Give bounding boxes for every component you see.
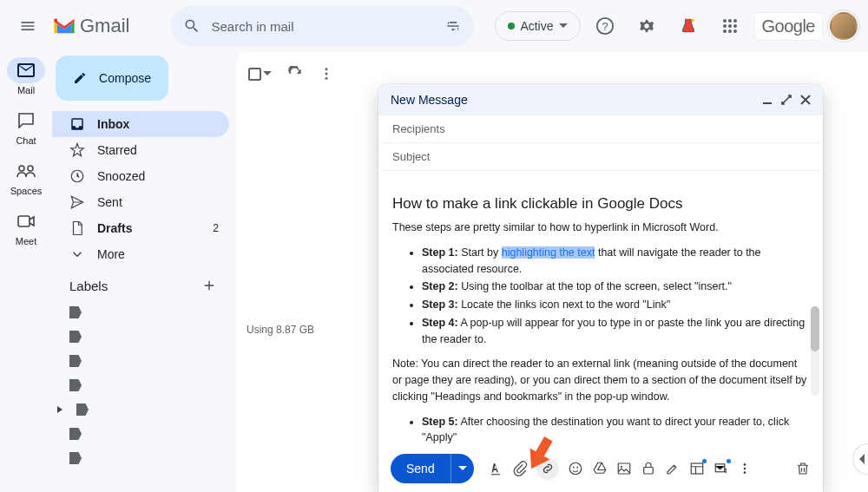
pencil-icon xyxy=(73,69,87,87)
search-options-icon[interactable] xyxy=(444,17,462,35)
send-icon xyxy=(69,194,85,210)
label-item[interactable] xyxy=(52,397,229,422)
drive-button[interactable] xyxy=(592,461,608,476)
label-tag-icon xyxy=(69,452,82,464)
main-menu-button[interactable] xyxy=(10,9,45,43)
svg-rect-24 xyxy=(643,468,653,475)
send-options-button[interactable] xyxy=(450,454,474,483)
compose-titlebar[interactable]: New Message xyxy=(378,84,823,115)
search-bar[interactable] xyxy=(171,6,474,46)
label-item[interactable] xyxy=(52,373,229,397)
apps-grid-icon xyxy=(722,18,738,34)
support-button[interactable]: ? xyxy=(588,9,622,43)
svg-rect-14 xyxy=(18,216,30,226)
subject-field[interactable]: Subject xyxy=(380,143,821,171)
clock-icon xyxy=(69,168,85,184)
refresh-button[interactable] xyxy=(287,66,303,82)
compose-body[interactable]: How to make a link clickable in Google D… xyxy=(378,171,823,444)
discard-button[interactable] xyxy=(795,461,811,476)
confidential-button[interactable] xyxy=(641,461,656,476)
active-status-dot xyxy=(508,23,515,30)
label-tag-icon xyxy=(76,403,89,416)
popout-button[interactable] xyxy=(781,95,792,105)
labels-heading: Labels xyxy=(52,267,229,300)
labs-button[interactable] xyxy=(671,9,706,43)
svg-point-17 xyxy=(326,73,328,75)
settings-button[interactable] xyxy=(629,9,664,43)
gear-icon xyxy=(637,16,656,36)
svg-rect-25 xyxy=(691,463,703,474)
svg-point-23 xyxy=(621,466,622,468)
label-item[interactable] xyxy=(52,300,229,325)
formatting-button[interactable] xyxy=(488,461,503,476)
sidebar: Compose Inbox Starred Snoozed Sent Draft… xyxy=(52,52,236,492)
inbox-icon xyxy=(69,116,85,132)
svg-point-2 xyxy=(691,19,694,22)
layout-icon xyxy=(689,461,705,476)
status-chip[interactable]: Active xyxy=(495,11,580,41)
search-input[interactable] xyxy=(211,19,434,34)
label-tag-icon xyxy=(69,306,82,318)
google-logo[interactable]: Google xyxy=(754,12,824,41)
link-icon xyxy=(540,461,556,476)
folder-more[interactable]: More xyxy=(52,241,229,267)
signature-button[interactable] xyxy=(665,461,681,476)
folder-inbox[interactable]: Inbox xyxy=(52,111,229,137)
minimize-button[interactable] xyxy=(762,95,773,105)
svg-point-13 xyxy=(28,166,33,171)
mail-icon xyxy=(17,63,35,77)
labels-list xyxy=(52,300,229,470)
body-intro: These steps are pretty similar to how to… xyxy=(392,220,809,236)
star-icon xyxy=(69,142,85,158)
insert-link-button[interactable] xyxy=(536,457,559,480)
select-all-checkbox[interactable] xyxy=(248,68,272,81)
step-2: Step 2: Using the toolbar at the top of … xyxy=(422,279,809,295)
compose-button[interactable]: Compose xyxy=(56,56,168,101)
svg-point-8 xyxy=(733,24,737,28)
svg-point-11 xyxy=(733,30,737,33)
add-label-button[interactable] xyxy=(201,278,217,293)
svg-point-4 xyxy=(728,19,732,23)
rail-chat[interactable]: Chat xyxy=(7,108,45,146)
gmail-logo-text: Gmail xyxy=(80,15,129,37)
rail-mail[interactable]: Mail xyxy=(7,57,45,95)
recipients-field[interactable]: Recipients xyxy=(380,115,821,143)
svg-point-16 xyxy=(326,68,328,70)
close-button[interactable] xyxy=(800,95,811,105)
label-tag-icon xyxy=(69,379,82,391)
more-button[interactable] xyxy=(319,66,334,82)
label-item[interactable] xyxy=(52,325,229,349)
folder-starred[interactable]: Starred xyxy=(52,137,229,163)
schedule-button[interactable] xyxy=(713,461,729,476)
insert-photo-button[interactable] xyxy=(616,461,632,476)
layout-button[interactable] xyxy=(689,461,705,476)
send-button[interactable]: Send xyxy=(391,454,450,483)
chevron-down-icon xyxy=(559,22,568,30)
attach-button[interactable] xyxy=(512,461,528,476)
svg-point-12 xyxy=(19,166,24,171)
more-options-button[interactable] xyxy=(738,462,752,476)
folder-sent[interactable]: Sent xyxy=(52,189,229,215)
svg-point-20 xyxy=(573,467,575,469)
label-item[interactable] xyxy=(52,446,229,470)
label-item[interactable] xyxy=(52,422,229,446)
account-avatar[interactable] xyxy=(830,12,858,40)
svg-text:?: ? xyxy=(602,20,608,33)
folder-snoozed[interactable]: Snoozed xyxy=(52,163,229,189)
svg-point-21 xyxy=(576,467,578,469)
label-item[interactable] xyxy=(52,349,229,373)
emoji-button[interactable] xyxy=(568,461,583,476)
folder-drafts[interactable]: Drafts 2 xyxy=(52,215,229,241)
body-scrollbar[interactable] xyxy=(811,306,819,396)
rail-meet[interactable]: Meet xyxy=(7,208,45,246)
gmail-logo-icon xyxy=(52,16,76,36)
svg-rect-22 xyxy=(618,463,630,474)
svg-point-5 xyxy=(733,19,737,23)
label-tag-icon xyxy=(69,428,82,440)
svg-point-18 xyxy=(326,77,328,80)
rail-spaces[interactable]: Spaces xyxy=(7,158,45,196)
apps-button[interactable] xyxy=(713,9,747,43)
meet-icon xyxy=(17,215,35,227)
hamburger-icon xyxy=(19,17,36,35)
gmail-logo[interactable]: Gmail xyxy=(52,15,129,37)
